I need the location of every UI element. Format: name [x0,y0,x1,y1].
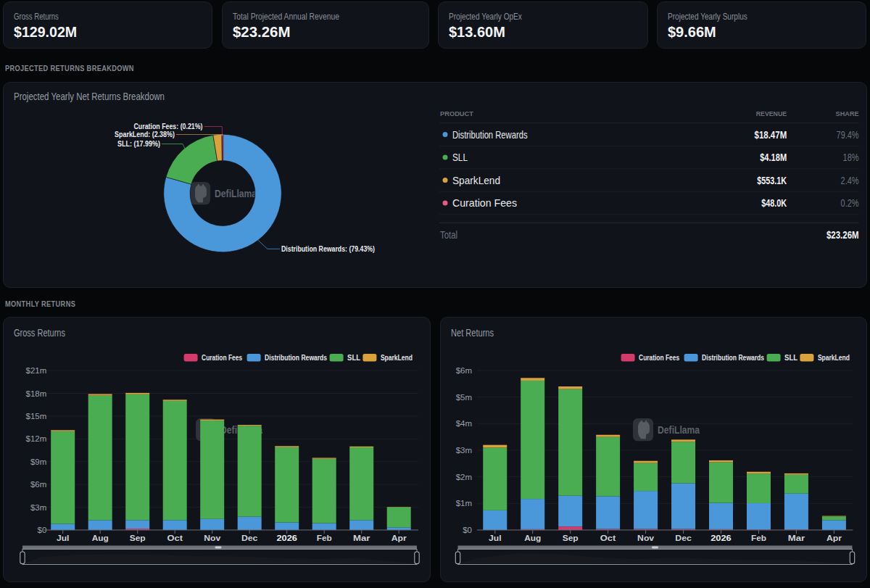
svg-text:Net Returns: Net Returns [451,327,494,339]
svg-text:$18.47M: $18.47M [755,128,787,141]
svg-text:Jul: Jul [57,534,70,542]
svg-text:Sep: Sep [563,534,579,542]
svg-text:Apr: Apr [826,534,842,542]
svg-text:$0: $0 [463,526,472,534]
svg-text:$15m: $15m [26,412,47,421]
svg-text:Distribution Rewards: Distribution Rewards [702,353,764,362]
svg-text:$3m: $3m [456,446,472,455]
svg-text:SLL: SLL [784,353,798,362]
svg-text:Distribution Rewards: (79.43%): Distribution Rewards: (79.43%) [281,244,375,253]
svg-text:Distribution Rewards: Distribution Rewards [452,128,528,141]
svg-text:SparkLend: SparkLend [381,353,413,362]
svg-text:Nov: Nov [637,534,655,542]
svg-text:Gross Returns: Gross Returns [14,327,65,339]
svg-text:$6m: $6m [30,480,46,489]
svg-text:Apr: Apr [392,534,407,542]
svg-text:$553.1K: $553.1K [757,174,787,186]
svg-text:DefiLlama: DefiLlama [215,188,257,199]
svg-text:SLL: SLL [452,151,468,163]
svg-text:2026: 2026 [276,534,297,542]
svg-text:Nov: Nov [204,534,221,542]
svg-text:DefiLlama: DefiLlama [658,424,700,436]
svg-text:Curation Fees: Curation Fees [452,196,517,209]
svg-text:$18m: $18m [26,389,47,398]
svg-text:Mar: Mar [353,534,370,542]
svg-text:$5m: $5m [456,393,472,402]
svg-text:$2m: $2m [456,473,472,481]
svg-text:Dec: Dec [241,534,258,542]
svg-text:Oct: Oct [167,534,183,542]
svg-text:$12m: $12m [26,434,47,443]
svg-text:Feb: Feb [317,534,332,542]
svg-text:REVENUE: REVENUE [756,109,787,117]
svg-text:SHARE: SHARE [836,109,859,117]
svg-text:$4.18M: $4.18M [760,151,787,163]
svg-text:Aug: Aug [524,534,541,542]
svg-text:PRODUCT: PRODUCT [440,109,473,117]
svg-text:SLL: (17.99%): SLL: (17.99%) [117,139,160,148]
svg-text:Total: Total [440,228,457,241]
svg-text:Dec: Dec [675,534,692,542]
svg-text:$9m: $9m [30,457,46,466]
svg-text:0.2%: 0.2% [841,196,859,209]
svg-text:$6m: $6m [456,366,472,375]
svg-text:Curation Fees: Curation Fees [639,353,679,362]
svg-text:$4m: $4m [456,419,472,428]
svg-text:SparkLend: SparkLend [452,174,500,186]
svg-text:Feb: Feb [751,534,766,542]
svg-text:$1m: $1m [456,499,472,508]
svg-text:$21m: $21m [26,366,47,375]
svg-text:2.4%: 2.4% [841,174,859,186]
svg-text:$3m: $3m [30,503,46,512]
svg-text:2026: 2026 [710,534,732,542]
svg-text:$23.26M: $23.26M [826,228,859,241]
svg-text:SparkLend: SparkLend [818,353,850,362]
svg-text:Mar: Mar [788,534,805,542]
svg-text:Curation Fees: Curation Fees [202,353,242,362]
svg-text:18%: 18% [843,151,859,163]
svg-text:Oct: Oct [600,534,616,542]
svg-text:Aug: Aug [92,534,109,542]
svg-text:SparkLend: (2.38%): SparkLend: (2.38%) [115,130,175,138]
svg-text:Sep: Sep [130,534,146,542]
svg-text:Distribution Rewards: Distribution Rewards [265,353,327,362]
svg-text:Projected Yearly Net Returns B: Projected Yearly Net Returns Breakdown [14,91,165,102]
svg-text:SLL: SLL [347,353,360,362]
svg-text:Jul: Jul [489,534,502,542]
svg-text:79.4%: 79.4% [837,128,859,141]
svg-text:$48.0K: $48.0K [761,196,787,209]
